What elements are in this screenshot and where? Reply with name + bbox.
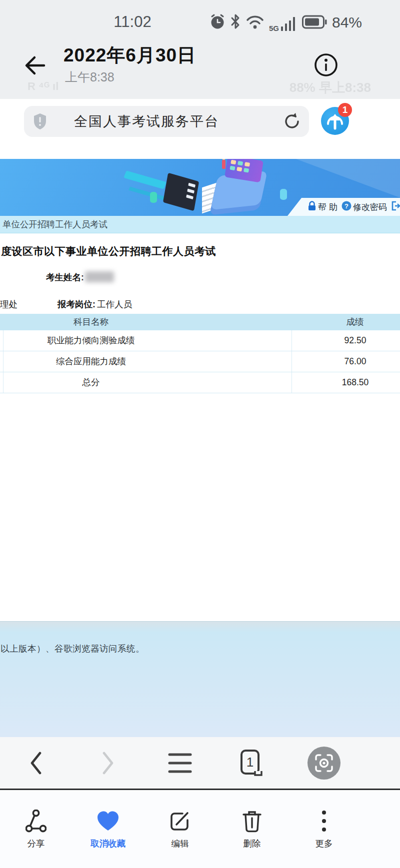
watermark-left: R ⁴ᴳ ıl — [28, 80, 58, 93]
change-password-link[interactable]: 修改密码 — [353, 201, 387, 213]
action-label: 分享 — [28, 838, 45, 850]
action-label: 删除 — [244, 838, 261, 850]
score-cell: 92.50 — [292, 330, 400, 351]
back-button[interactable] — [21, 52, 48, 79]
photo-date-title: 2022年6月30日 — [64, 43, 196, 68]
breadcrumb: 单位公开招聘工作人员考试 — [0, 216, 400, 233]
score-cell: 76.00 — [292, 351, 400, 372]
nav-menu-button[interactable] — [144, 737, 216, 789]
svg-text:?: ? — [344, 202, 348, 210]
help-link[interactable]: 帮 助 — [318, 201, 338, 213]
site-banner: 帮 助 ? 修改密码 安全 — [0, 159, 400, 216]
nav-forward-button[interactable] — [72, 737, 144, 789]
position-label: 报考岗位: — [58, 298, 96, 310]
candidate-name-label: 考生姓名: — [46, 271, 84, 283]
footer-note: 以上版本）、谷歌浏览器访问系统。 — [0, 643, 144, 655]
cropped-text-fragment: 理处 — [0, 298, 18, 310]
page-title: 度设区市以下事业单位公开招聘工作人员考试 — [1, 244, 216, 258]
status-time: 11:02 — [102, 13, 162, 31]
table-row: 职业能力倾向测验成绩 92.50 — [0, 330, 400, 351]
gallery-screen: 11:02 5G 84% 2022年6月30日 上午8:38 — [0, 0, 400, 868]
battery-percent: 84% — [332, 13, 362, 31]
edit-button[interactable]: 编辑 — [144, 809, 216, 850]
table-header-row: 科目名称 成绩 — [0, 314, 400, 330]
scan-icon — [308, 747, 340, 780]
lock-icon — [308, 201, 316, 213]
gallery-action-bar: 分享 取消收藏 编辑 删除 更多 — [0, 790, 400, 868]
table-row: 综合应用能力成绩 76.00 — [0, 351, 400, 372]
delete-button[interactable]: 删除 — [216, 809, 288, 850]
action-label: 取消收藏 — [90, 838, 126, 850]
subject-cell: 综合应用能力成绩 — [0, 351, 182, 372]
banner-links: 帮 助 ? 修改密码 安全 — [288, 198, 400, 216]
heart-icon — [96, 809, 120, 833]
battery-icon — [302, 14, 327, 31]
nav-scan-button[interactable] — [288, 737, 360, 789]
score-table: 科目名称 成绩 职业能力倾向测验成绩 92.50 综合应用能力成绩 76.00 … — [0, 314, 400, 393]
header-score: 成绩 — [292, 314, 400, 330]
update-badge: 1 — [338, 103, 352, 117]
browser-nav-bar: 1 — [0, 737, 400, 789]
exam-result-content: 度设区市以下事业单位公开招聘工作人员考试 考生姓名: 理处 报考岗位: 工作人员… — [0, 233, 400, 621]
shield-icon — [33, 113, 47, 132]
alarm-icon — [210, 13, 225, 31]
position-value: 工作人员 — [97, 298, 132, 310]
trash-icon — [242, 809, 262, 833]
table-row: 总分 168.50 — [0, 372, 400, 393]
unfavorite-button[interactable]: 取消收藏 — [72, 809, 144, 850]
tab-count: 1 — [246, 755, 254, 770]
status-and-header: 11:02 5G 84% 2022年6月30日 上午8:38 — [0, 0, 400, 99]
signal-bars-icon: 5G — [269, 14, 297, 31]
photo-time-subtitle: 上午8:38 — [65, 69, 114, 85]
watermark-right: 88% 早上8:38 — [290, 79, 371, 96]
refresh-icon[interactable] — [283, 112, 301, 132]
action-label: 更多 — [316, 838, 333, 850]
exit-icon — [391, 201, 400, 213]
wifi-icon — [246, 13, 264, 31]
question-icon: ? — [342, 201, 352, 213]
browser-toolbar: 全国人事考试服务平台 1 — [0, 99, 400, 159]
subject-cell: 职业能力倾向测验成绩 — [0, 330, 182, 351]
more-icon — [321, 809, 327, 833]
nav-tabs-button[interactable]: 1 — [216, 737, 288, 789]
address-bar[interactable]: 全国人事考试服务平台 — [24, 106, 309, 137]
candidate-name-redacted — [85, 271, 114, 282]
share-button[interactable]: 分享 — [0, 809, 72, 850]
more-button[interactable]: 更多 — [288, 809, 360, 850]
score-cell: 168.50 — [292, 372, 400, 393]
nav-back-button[interactable] — [0, 737, 72, 789]
page-footer: 以上版本）、谷歌浏览器访问系统。 — [0, 621, 400, 738]
bluetooth-icon — [230, 13, 241, 31]
edit-icon — [169, 809, 191, 833]
info-button[interactable] — [313, 52, 339, 78]
status-icons: 5G 84% — [210, 13, 362, 31]
address-bar-text: 全国人事考试服务平台 — [74, 106, 219, 137]
header-subject: 科目名称 — [0, 314, 182, 330]
subject-cell: 总分 — [0, 372, 182, 393]
share-icon — [26, 809, 46, 833]
action-label: 编辑 — [172, 838, 189, 850]
network-label: 5G — [269, 25, 279, 31]
